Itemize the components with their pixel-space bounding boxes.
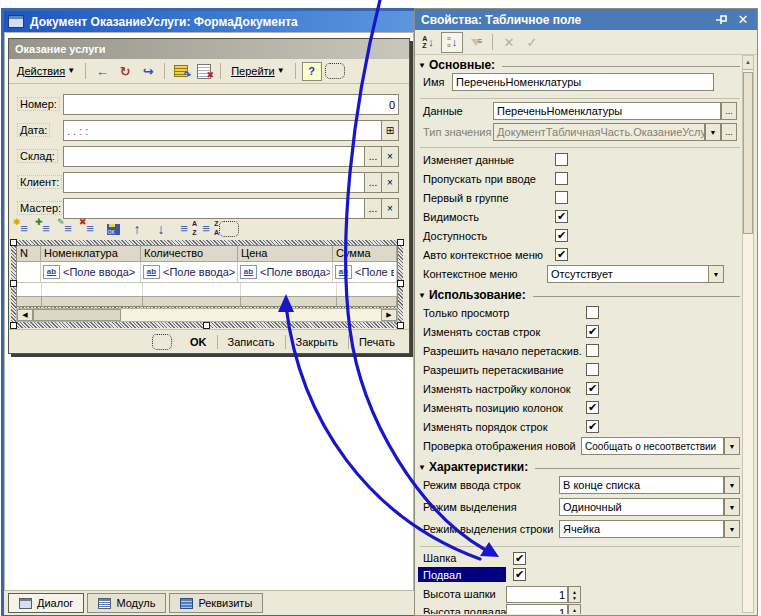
value-type-dropdown-button[interactable]: ▼ xyxy=(705,123,721,141)
edit-row-icon[interactable]: ≡✎ xyxy=(59,221,77,237)
zakryt-button[interactable]: Закрыть xyxy=(288,334,346,350)
check-new-row-dropdown[interactable]: Сообщать о несоответствии xyxy=(581,437,724,455)
section-osnovnye[interactable]: ▼ Основные: xyxy=(416,57,744,73)
scroll-left-icon[interactable]: ◀ xyxy=(17,309,33,321)
copy-row-icon[interactable]: ≡✚ xyxy=(37,221,55,237)
tab-dialog[interactable]: Диалог xyxy=(8,593,84,613)
column-header[interactable]: N xyxy=(17,246,41,261)
row-selection-mode-dropdown-button[interactable]: ▼ xyxy=(724,520,740,538)
resize-handle[interactable] xyxy=(10,280,17,287)
ok-button[interactable]: OK xyxy=(182,334,215,350)
reread-icon[interactable]: ↪ xyxy=(138,62,158,80)
copy-previous-icon[interactable]: ← xyxy=(92,62,112,80)
row-input-mode-dropdown-button[interactable]: ▼ xyxy=(724,476,740,494)
apply-edit-icon[interactable]: ✓ xyxy=(522,33,542,52)
sklad-clear-button[interactable]: × xyxy=(381,146,399,167)
checkbox-izmenyat-nastrojku-kolonok[interactable]: ✔ xyxy=(586,382,599,395)
data-source-input[interactable]: ПереченьНоменклатуры xyxy=(493,102,721,120)
resize-handle[interactable] xyxy=(397,280,404,287)
end-edit-icon[interactable] xyxy=(103,220,123,238)
context-menu-dropdown-button[interactable]: ▼ xyxy=(708,265,724,283)
sort-asc-icon[interactable]: ≡AZ xyxy=(175,221,193,237)
properties-titlebar[interactable]: Свойства: Табличное поле ✕ xyxy=(415,9,757,30)
checkbox-propuskat-pri-vvode[interactable] xyxy=(555,172,568,185)
checkbox-avto-kontekstnoe-menu[interactable]: ✔ xyxy=(555,248,568,261)
filter-icon[interactable] xyxy=(466,33,486,52)
nomenclature-table[interactable]: N Номенклатура Количество Цена Сумма ab … xyxy=(16,245,398,307)
klient-select-button[interactable]: ... xyxy=(364,172,382,193)
button-bar-placeholder-slot[interactable] xyxy=(152,334,172,350)
collapse-icon[interactable]: ▼ xyxy=(418,291,426,300)
collapse-icon[interactable]: ▼ xyxy=(418,61,426,70)
value-type-select-button[interactable]: ... xyxy=(721,123,737,141)
data-source-select-button[interactable]: ... xyxy=(721,102,737,120)
checkbox-pervyj-v-gruppe[interactable] xyxy=(555,191,568,204)
scroll-up-icon[interactable]: ▲ xyxy=(743,56,753,70)
section-harakteristiki[interactable]: ▼ Характеристики: xyxy=(416,458,744,476)
input-field-cell[interactable]: ab <Поле ввода> xyxy=(141,262,238,282)
selection-mode-dropdown-button[interactable]: ▼ xyxy=(724,498,740,516)
pin-icon[interactable] xyxy=(713,12,729,27)
scrollbar-thumb[interactable] xyxy=(33,309,121,321)
master-select-button[interactable]: ... xyxy=(364,198,382,219)
footer-height-input[interactable]: 1 xyxy=(506,604,568,614)
move-up-icon[interactable]: ↑ xyxy=(127,220,147,238)
table-toolbar-placeholder-slot[interactable] xyxy=(219,221,239,237)
tab-rekvizity[interactable]: Реквизиты xyxy=(169,593,263,613)
close-icon[interactable]: ✕ xyxy=(735,12,751,27)
selection-mode-dropdown[interactable]: Одиночный xyxy=(559,498,724,516)
context-menu-dropdown[interactable]: Отсутствует xyxy=(547,265,724,283)
sort-alphabet-icon[interactable]: AZ↓ xyxy=(418,33,438,52)
resize-handle[interactable] xyxy=(10,239,17,246)
header-height-input[interactable]: 1 xyxy=(506,586,568,603)
refresh-icon[interactable]: ↻ xyxy=(115,62,135,80)
cancel-edit-icon[interactable]: ✕ xyxy=(499,33,519,52)
collapse-icon[interactable]: ▼ xyxy=(418,463,426,472)
checkbox-podval[interactable]: ✔ xyxy=(513,568,526,581)
form-titlebar[interactable]: Оказание услуги xyxy=(9,39,409,59)
tab-module[interactable]: Модуль xyxy=(87,593,166,613)
row-input-mode-dropdown[interactable]: В конце списка xyxy=(559,476,724,494)
add-row-icon[interactable]: ≡✱ xyxy=(15,221,33,237)
checkbox-izmenyat-poziciyu-kolonok[interactable]: ✔ xyxy=(586,401,599,414)
column-header[interactable]: Цена xyxy=(238,246,333,261)
pechat-button[interactable]: Печать xyxy=(351,334,403,350)
section-ispolzovanie[interactable]: ▼ Использование: xyxy=(416,286,744,304)
zapisat-button[interactable]: Записать xyxy=(220,334,283,350)
checkbox-izmenyaet-dannye[interactable] xyxy=(555,153,568,166)
input-field-cell[interactable]: ab <Поле ввода> xyxy=(238,262,333,282)
data-input[interactable]: . . : : xyxy=(63,120,382,141)
selected-property-highlight[interactable]: Подвал xyxy=(418,567,506,582)
checkbox-vidimost[interactable]: ✔ xyxy=(555,210,568,223)
value-type-input[interactable]: ДокументТабличнаяЧасть.ОказаниеУслуг xyxy=(493,123,705,141)
sort-categories-icon[interactable]: ≡≡↓ xyxy=(441,32,463,53)
scroll-right-icon[interactable]: ▶ xyxy=(381,309,397,321)
checkbox-dostupnost[interactable]: ✔ xyxy=(555,229,568,242)
goto-menu-button[interactable]: Перейти▼ xyxy=(227,64,289,78)
klient-input[interactable] xyxy=(63,172,365,193)
help-button[interactable]: ? xyxy=(302,62,322,81)
header-height-spinner[interactable]: ▲▼ xyxy=(568,586,581,603)
sort-desc-icon[interactable]: ≡ZA xyxy=(197,221,215,237)
input-field-cell[interactable]: ab <Поле ввода> xyxy=(41,262,141,282)
row-selection-mode-dropdown[interactable]: Ячейка xyxy=(559,520,724,538)
input-field-cell[interactable]: ab <Поле ввода> xyxy=(333,262,397,282)
master-clear-button[interactable]: × xyxy=(381,198,399,219)
delete-row-icon[interactable]: ≡✖ xyxy=(81,221,99,237)
properties-scrollbar[interactable]: ▲ xyxy=(742,55,754,613)
checkbox-tolko-prosmotr[interactable] xyxy=(586,306,599,319)
checkbox-razreshit-peretaskivanie[interactable] xyxy=(586,363,599,376)
post-document-icon[interactable]: ↷ xyxy=(171,62,191,80)
check-new-row-dropdown-button[interactable]: ▼ xyxy=(724,437,740,455)
table-horizontal-scrollbar[interactable]: ◀ ▶ xyxy=(16,308,398,322)
move-down-icon[interactable]: ↓ xyxy=(151,220,171,238)
column-header[interactable]: Номенклатура xyxy=(41,246,141,261)
resize-handle[interactable] xyxy=(397,322,404,329)
checkbox-shapka[interactable]: ✔ xyxy=(513,552,526,565)
resize-handle[interactable] xyxy=(10,322,17,329)
checkbox-izmenyat-sostav-strok[interactable]: ✔ xyxy=(586,325,599,338)
master-input[interactable] xyxy=(63,198,365,219)
sklad-input[interactable] xyxy=(63,146,365,167)
nomer-input[interactable]: 0 xyxy=(63,94,399,115)
table-field-selection[interactable]: N Номенклатура Количество Цена Сумма ab … xyxy=(11,240,403,328)
